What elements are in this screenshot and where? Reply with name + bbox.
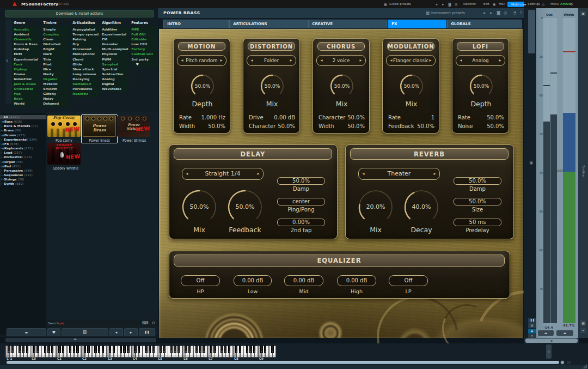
- filter-item[interactable]: Granular: [101, 43, 118, 45]
- tree-item-drums[interactable]: ├◆Drums (273): [0, 133, 46, 137]
- filter-item[interactable]: Pulsing: [72, 38, 88, 40]
- tree-item-bass[interactable]: ├◆Bass (636): [0, 119, 46, 124]
- tree-expand-icon[interactable]: ├◆: [0, 147, 4, 150]
- filter-item[interactable]: Pop: [13, 92, 29, 95]
- piano-black-key[interactable]: [84, 346, 86, 353]
- tree-pager-button[interactable]: ◂▸: [7, 328, 46, 336]
- filter-item[interactable]: Ambient: [13, 33, 29, 35]
- filter-item[interactable]: Full GUI: [131, 33, 147, 35]
- clear-search-icon[interactable]: ⊖: [151, 320, 155, 326]
- piano-black-key[interactable]: [195, 346, 198, 353]
- piano-black-key[interactable]: [271, 346, 273, 353]
- piano-black-key[interactable]: [127, 346, 129, 353]
- filter-item[interactable]: MPE: [131, 28, 147, 31]
- filter-item[interactable]: Multi-sampled: [101, 47, 118, 50]
- vscroll-thumb[interactable]: [528, 10, 535, 53]
- piano-black-key[interactable]: [228, 346, 230, 353]
- filter-item[interactable]: Glitchy: [42, 92, 59, 95]
- filter-item[interactable]: Sampled: [101, 62, 118, 65]
- random-button[interactable]: ⚄: [528, 323, 536, 328]
- piano-black-key[interactable]: [199, 346, 201, 353]
- piano-black-key[interactable]: [145, 346, 147, 353]
- filter-item[interactable]: Tempo synced: [72, 33, 88, 35]
- piano-black-key[interactable]: [11, 346, 14, 353]
- next-preset-icon[interactable]: ▸: [442, 2, 444, 7]
- filter-item[interactable]: Detuned: [42, 102, 59, 105]
- piano-black-key[interactable]: [8, 346, 10, 353]
- browser-hscrollbar[interactable]: ◂▸: [0, 337, 158, 343]
- tree-expand-icon[interactable]: ├◆: [0, 120, 4, 123]
- keyboard-range-bar[interactable]: [7, 361, 559, 364]
- piano-black-key[interactable]: [44, 346, 46, 353]
- out-meter-options-button[interactable]: ◂▸: [538, 330, 554, 336]
- melda-logo-icon[interactable]: [13, 2, 17, 6]
- preset-thumbnail-pop[interactable]: Pop CornyNEW: [47, 116, 81, 137]
- filter-item[interactable]: Thin: [42, 57, 59, 60]
- filter-item[interactable]: Chord: [72, 57, 88, 60]
- filter-item[interactable]: Cinematic: [13, 38, 29, 40]
- filter-item[interactable]: Acoustic: [13, 28, 29, 31]
- piano-black-key[interactable]: [94, 346, 96, 353]
- piano-black-key[interactable]: [120, 346, 122, 353]
- compare-icon[interactable]: ◎: [455, 2, 457, 7]
- hscroll-thumb[interactable]: [5, 338, 156, 342]
- piano-black-key[interactable]: [26, 346, 28, 353]
- filter-item[interactable]: PWM: [101, 57, 118, 60]
- multicore-button[interactable]: Multi-core: [507, 2, 524, 7]
- filter-item[interactable]: Analog: [101, 77, 118, 80]
- save-icon[interactable]: ◙: [497, 9, 500, 17]
- active-button[interactable]: Active: [560, 2, 571, 6]
- piano-black-key[interactable]: [109, 346, 111, 353]
- filter-item[interactable]: Distorted: [42, 43, 59, 45]
- filter-item[interactable]: Nice: [42, 68, 59, 70]
- filter-item[interactable]: Experimental: [13, 57, 29, 60]
- piano-black-key[interactable]: [210, 346, 212, 353]
- piano-black-key[interactable]: [138, 346, 140, 353]
- tree-item-strings[interactable]: ├─Strings (58): [0, 177, 46, 182]
- filter-item[interactable]: Nasty: [42, 72, 59, 75]
- pause-meters-button[interactable]: ❚❚: [528, 318, 536, 323]
- piano-black-key[interactable]: [177, 346, 180, 353]
- filter-item[interactable]: Arpeggiated: [72, 28, 88, 31]
- filter-item[interactable]: Subtractive: [101, 72, 118, 75]
- filter-item[interactable]: Glide: [72, 62, 88, 65]
- piano-black-key[interactable]: [160, 346, 162, 353]
- filter-item[interactable]: Clean: [42, 38, 59, 40]
- piano-black-key[interactable]: [220, 346, 223, 353]
- filter-item[interactable]: FM: [101, 38, 118, 40]
- tree-expand-icon[interactable]: ├◆: [0, 160, 4, 163]
- preset-thumbnail-strings[interactable]: Power StringsNEW: [117, 116, 150, 137]
- filter-item[interactable]: Wavetable: [101, 87, 118, 90]
- piano-black-key[interactable]: [249, 346, 252, 353]
- filter-item[interactable]: EDM: [13, 52, 29, 55]
- tree-item-percussive[interactable]: ├─Percussive (340): [0, 168, 46, 173]
- tree-item-experimental[interactable]: ├─Experimental (194): [0, 137, 46, 142]
- filter-item[interactable]: Dubstep: [13, 47, 29, 50]
- filter-item[interactable]: Sustained: [72, 82, 88, 85]
- filter-item[interactable]: Physical: [101, 52, 118, 55]
- filter-item[interactable]: Phat: [42, 62, 59, 65]
- filter-item[interactable]: Slow attack: [72, 68, 88, 70]
- filter-item[interactable]: Digital: [101, 82, 118, 85]
- filter-item[interactable]: Long release: [72, 72, 88, 75]
- filter-item[interactable]: Realistic: [72, 92, 88, 95]
- meter-hscrollbar[interactable]: ◂▸: [524, 338, 579, 343]
- prev-preset-button[interactable]: ◂: [109, 328, 123, 336]
- filter-item[interactable]: Bright: [42, 47, 59, 50]
- filter-item[interactable]: Metallic: [42, 82, 59, 85]
- piano-black-key[interactable]: [58, 346, 60, 353]
- tab-intro[interactable]: INTRO: [163, 20, 229, 28]
- settings-button[interactable]: Settings: [528, 2, 540, 6]
- piano-black-key[interactable]: [174, 346, 176, 353]
- piano-black-key[interactable]: [253, 346, 255, 353]
- info-button[interactable]: ◉: [528, 329, 536, 334]
- piano-black-key[interactable]: [73, 346, 75, 353]
- collapse-icon[interactable]: ▣: [529, 161, 533, 165]
- piano-black-key[interactable]: [152, 346, 155, 353]
- filter-item[interactable]: Organic: [42, 77, 59, 80]
- save-preset-icon[interactable]: ◙: [448, 2, 451, 7]
- filter-item[interactable]: Editable: [131, 38, 147, 40]
- piano-black-key[interactable]: [123, 346, 125, 353]
- next-icon[interactable]: ▸: [490, 9, 492, 17]
- tree-item-all[interactable]: ◇ All (4443): [0, 115, 46, 119]
